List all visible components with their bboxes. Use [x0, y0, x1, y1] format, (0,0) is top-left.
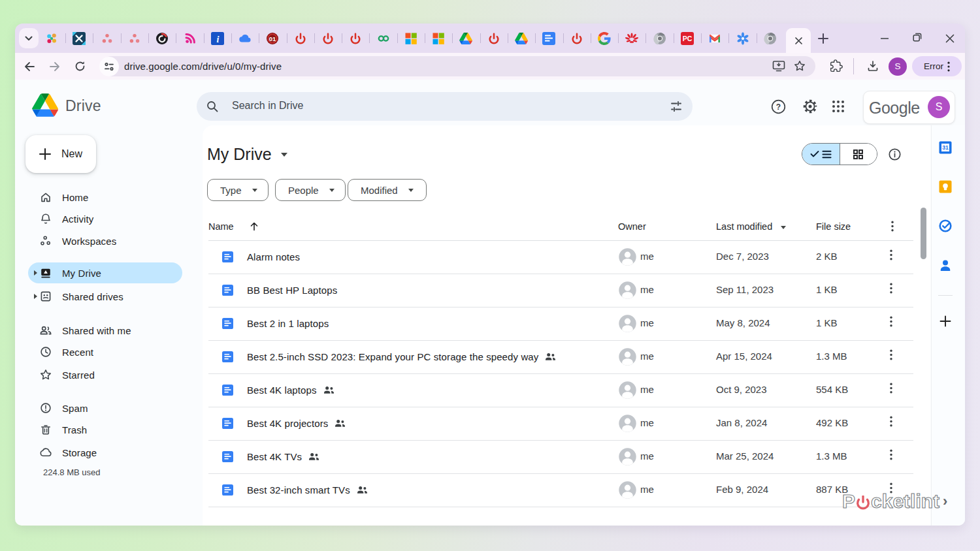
svg-text:?: ? [776, 102, 781, 112]
svg-text:31: 31 [942, 144, 949, 151]
